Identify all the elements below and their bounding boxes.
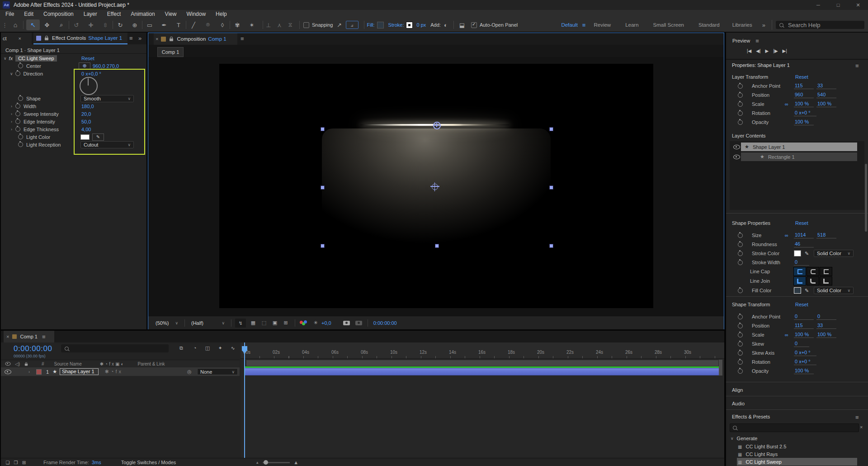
layer-expand-icon[interactable]: › <box>28 370 30 374</box>
shape-position-x-value[interactable]: 115 <box>794 323 814 329</box>
shape-opacity-value[interactable]: 100 % <box>794 368 814 374</box>
search-help-input[interactable]: Search Help <box>776 21 864 29</box>
stopwatch-icon[interactable] <box>18 96 23 101</box>
stroke-color-mode-dropdown[interactable]: Solid Color∨ <box>814 250 854 257</box>
shy-toggle-icon[interactable]: ◔ <box>190 345 200 351</box>
line-join-miter-button[interactable] <box>793 276 806 285</box>
stroke-label[interactable]: Stroke: <box>388 22 404 28</box>
generate-group-label[interactable]: Generate <box>737 436 758 441</box>
layer-contents-item-label[interactable]: Rectangle 1 <box>768 154 795 160</box>
dolly-camera-tool[interactable]: ⇳ <box>98 22 113 29</box>
fill-label[interactable]: Fill: <box>367 22 375 28</box>
resolution-dropdown[interactable]: (Half)∨ <box>189 319 227 327</box>
layer-contents-item-rectangle[interactable]: ★ Rectangle 1 <box>741 152 857 161</box>
composition-tab-close-icon[interactable]: × <box>156 36 158 42</box>
eyedropper-icon[interactable]: ✎ <box>805 251 809 257</box>
expand-icon[interactable]: ∨ <box>10 71 13 76</box>
timeline-tab-close-icon[interactable]: × <box>6 334 9 339</box>
clone-stamp-tool[interactable]: ⌾ <box>201 21 215 29</box>
properties-panel-menu-icon[interactable]: ≡ <box>855 62 859 69</box>
center-value[interactable]: 960,0 270,0 <box>93 63 119 69</box>
view-axis-mode-icon[interactable]: ⧖ <box>285 21 296 29</box>
stopwatch-icon[interactable] <box>15 127 20 132</box>
stopwatch-icon[interactable] <box>738 314 743 319</box>
menu-edit[interactable]: Edit <box>24 11 33 17</box>
lock-icon[interactable] <box>45 38 48 40</box>
stopwatch-icon[interactable] <box>15 104 20 109</box>
first-frame-button[interactable]: |◀ <box>747 48 751 53</box>
stopwatch-icon[interactable] <box>738 288 743 293</box>
size-y-value[interactable]: 518 <box>816 232 836 238</box>
stopwatch-icon[interactable] <box>738 360 743 365</box>
menu-file[interactable]: File <box>5 11 14 17</box>
stopwatch-icon[interactable] <box>738 93 743 98</box>
parent-link-column-header[interactable]: Parent & Link <box>137 361 165 366</box>
workspace-libraries[interactable]: Libraries <box>732 22 752 28</box>
shape-scale-x-value[interactable]: 100 % <box>794 332 814 338</box>
world-axis-mode-icon[interactable]: ⋏ <box>274 22 285 29</box>
effect-name[interactable]: CC Light Sweep <box>15 55 57 62</box>
menu-window[interactable]: Window <box>186 11 206 17</box>
exposure-value[interactable]: +0,0 <box>321 320 331 326</box>
stopwatch-icon[interactable] <box>15 71 20 76</box>
visibility-eye-icon[interactable] <box>733 155 740 159</box>
stroke-swatch[interactable] <box>406 22 413 29</box>
timeline-panel-menu-icon[interactable]: ≡ <box>42 333 46 340</box>
selection-handle[interactable] <box>321 244 325 248</box>
previous-frame-button[interactable]: ◀| <box>756 48 760 53</box>
link-icon[interactable]: ∞ <box>785 332 788 338</box>
line-join-round-button[interactable] <box>807 276 819 285</box>
effects-presets-search-input[interactable] <box>730 423 859 432</box>
layer-contents-item-shape-layer[interactable]: ★ Shape Layer 1 <box>741 143 857 151</box>
add-shape-icon[interactable]: ◐ <box>441 22 451 29</box>
shape-rotation-value[interactable]: 0 x+0 ° <box>794 359 816 365</box>
type-tool[interactable]: T <box>171 22 186 29</box>
expand-icon[interactable]: › <box>11 119 12 124</box>
last-frame-button[interactable]: ▶| <box>783 48 787 53</box>
layer-anchor-point[interactable] <box>432 184 438 190</box>
workspace-menu-icon[interactable]: ≡ <box>582 22 586 29</box>
pan-behind-tool[interactable]: ⊕ <box>127 22 142 29</box>
menu-layer[interactable]: Layer <box>84 11 97 17</box>
selection-handle[interactable] <box>549 127 553 131</box>
shape-position-y-value[interactable]: 33 <box>816 323 836 329</box>
menu-composition[interactable]: Composition <box>43 11 74 17</box>
selection-tool[interactable]: ↖ <box>26 19 40 30</box>
preview-panel-menu-icon[interactable]: ≡ <box>755 38 759 44</box>
size-x-value[interactable]: 1014 <box>794 232 814 238</box>
stopwatch-icon[interactable] <box>738 260 743 265</box>
stroke-width-value[interactable]: 0 <box>794 259 809 266</box>
expand-icon[interactable]: › <box>11 127 12 132</box>
composition-tab[interactable]: × Composition Comp 1 <box>154 33 237 45</box>
workspace-overflow-icon[interactable]: » <box>762 22 765 29</box>
composition-mini-flowchart-icon[interactable]: ⧉ <box>176 345 186 351</box>
eraser-tool[interactable]: ◊ <box>215 22 230 29</box>
composition-panel-menu-icon[interactable]: ≡ <box>241 35 244 42</box>
selection-handle[interactable] <box>321 127 325 131</box>
stopwatch-icon[interactable] <box>738 323 743 328</box>
stopwatch-icon[interactable] <box>738 251 743 256</box>
viewer-tab[interactable]: Comp 1 <box>157 47 184 57</box>
effect-controls-tab-label[interactable]: Effect Controls <box>52 35 86 41</box>
zoom-slider-knob[interactable] <box>264 460 268 465</box>
eyedropper-icon[interactable]: ✎ <box>805 288 809 294</box>
timeline-tab[interactable]: × Comp 1 ≡ <box>4 331 54 342</box>
link-icon[interactable]: ∞ <box>785 233 788 238</box>
pen-tool[interactable]: ✒ <box>157 22 171 29</box>
shape-properties-reset[interactable]: Reset <box>795 220 808 226</box>
expand-transfer-controls-icon[interactable]: ❐ <box>12 460 20 465</box>
stopwatch-icon[interactable] <box>18 63 23 68</box>
effect-controls-tab[interactable]: Effect Controls Shape Layer 1 <box>33 33 127 44</box>
position-y-value[interactable]: 540 <box>816 92 836 98</box>
snapping-checkbox[interactable] <box>303 22 309 28</box>
stopwatch-icon[interactable] <box>738 369 743 374</box>
effect-reset-link[interactable]: Reset <box>81 56 94 61</box>
puppet-pin-tool[interactable]: ✶ <box>245 22 259 29</box>
close-button[interactable]: ✕ <box>848 2 868 8</box>
line-cap-projecting-button[interactable] <box>820 267 832 276</box>
fast-previews-icon[interactable]: ↯ <box>235 319 246 328</box>
rotation-tool[interactable]: ↻ <box>113 22 127 29</box>
stopwatch-icon[interactable] <box>738 111 743 116</box>
frame-blending-toggle-icon[interactable]: ◫ <box>203 345 212 351</box>
stopwatch-icon[interactable] <box>18 142 23 147</box>
